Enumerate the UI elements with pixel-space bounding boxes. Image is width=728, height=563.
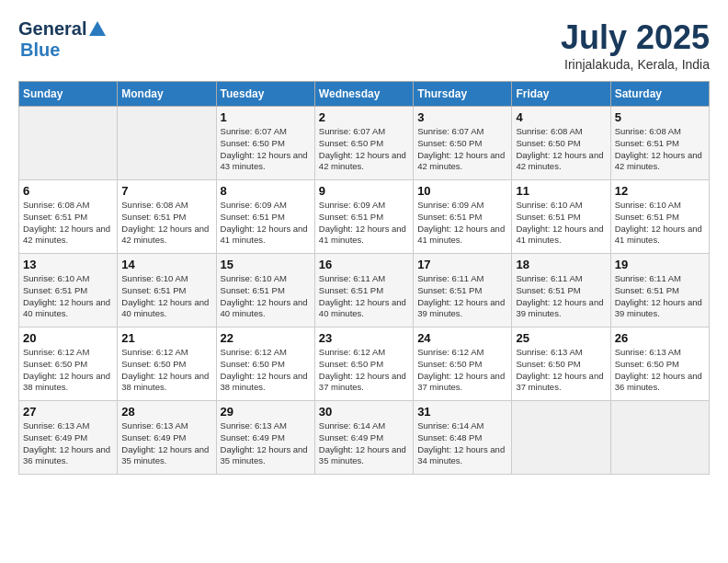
day-info: Sunrise: 6:10 AM Sunset: 6:51 PM Dayligh… [615, 200, 705, 247]
day-info: Sunrise: 6:12 AM Sunset: 6:50 PM Dayligh… [221, 347, 311, 394]
calendar-day-cell: 21Sunrise: 6:12 AM Sunset: 6:50 PM Dayli… [118, 327, 216, 401]
day-number: 24 [417, 331, 507, 345]
day-number: 10 [417, 184, 507, 198]
day-number: 28 [121, 405, 211, 419]
day-info: Sunrise: 6:11 AM Sunset: 6:51 PM Dayligh… [319, 273, 409, 320]
calendar-day-header: Tuesday [216, 82, 314, 107]
day-number: 20 [23, 331, 113, 345]
location: Irinjalakuda, Kerala, India [561, 57, 710, 72]
day-number: 21 [121, 331, 211, 345]
day-number: 25 [516, 331, 606, 345]
day-number: 1 [221, 110, 311, 124]
calendar-day-cell: 12Sunrise: 6:10 AM Sunset: 6:51 PM Dayli… [610, 180, 709, 254]
day-info: Sunrise: 6:10 AM Sunset: 6:51 PM Dayligh… [221, 273, 311, 320]
logo: General Blue [18, 18, 108, 61]
day-info: Sunrise: 6:09 AM Sunset: 6:51 PM Dayligh… [221, 200, 311, 247]
calendar-day-cell: 11Sunrise: 6:10 AM Sunset: 6:51 PM Dayli… [512, 180, 610, 254]
calendar-day-cell: 15Sunrise: 6:10 AM Sunset: 6:51 PM Dayli… [216, 254, 314, 327]
day-info: Sunrise: 6:12 AM Sunset: 6:50 PM Dayligh… [121, 347, 211, 394]
calendar-week-row: 20Sunrise: 6:12 AM Sunset: 6:50 PM Dayli… [19, 327, 710, 401]
day-info: Sunrise: 6:12 AM Sunset: 6:50 PM Dayligh… [319, 347, 409, 394]
day-info: Sunrise: 6:12 AM Sunset: 6:50 PM Dayligh… [23, 347, 113, 394]
day-info: Sunrise: 6:08 AM Sunset: 6:51 PM Dayligh… [121, 200, 211, 247]
day-number: 17 [417, 258, 507, 271]
calendar-day-cell: 31Sunrise: 6:14 AM Sunset: 6:48 PM Dayli… [414, 401, 512, 475]
calendar-day-cell: 6Sunrise: 6:08 AM Sunset: 6:51 PM Daylig… [19, 180, 118, 254]
logo-general: General [18, 18, 86, 40]
day-number: 15 [221, 258, 311, 271]
day-info: Sunrise: 6:11 AM Sunset: 6:51 PM Dayligh… [615, 273, 705, 320]
day-number: 30 [319, 405, 409, 419]
day-number: 26 [615, 331, 705, 345]
month-title: July 2025 [561, 18, 710, 57]
calendar-day-header: Sunday [19, 82, 118, 107]
calendar-day-cell: 24Sunrise: 6:12 AM Sunset: 6:50 PM Dayli… [414, 327, 512, 401]
calendar-day-cell: 5Sunrise: 6:08 AM Sunset: 6:51 PM Daylig… [610, 107, 709, 180]
calendar-day-cell: 4Sunrise: 6:08 AM Sunset: 6:50 PM Daylig… [512, 107, 610, 180]
day-number: 31 [417, 405, 507, 419]
day-number: 4 [516, 110, 606, 124]
day-number: 19 [615, 258, 705, 271]
calendar-day-header: Saturday [610, 82, 709, 107]
day-number: 18 [516, 258, 606, 271]
calendar-day-header: Friday [512, 82, 610, 107]
day-info: Sunrise: 6:13 AM Sunset: 6:49 PM Dayligh… [121, 420, 211, 467]
day-info: Sunrise: 6:14 AM Sunset: 6:48 PM Dayligh… [417, 420, 507, 467]
calendar-day-cell: 17Sunrise: 6:11 AM Sunset: 6:51 PM Dayli… [414, 254, 512, 327]
calendar-day-cell: 2Sunrise: 6:07 AM Sunset: 6:50 PM Daylig… [314, 107, 413, 180]
day-info: Sunrise: 6:14 AM Sunset: 6:49 PM Dayligh… [319, 420, 409, 467]
day-number: 5 [615, 110, 705, 124]
page-header: General Blue July 2025 Irinjalakuda, Ker… [18, 18, 710, 72]
calendar-day-cell: 27Sunrise: 6:13 AM Sunset: 6:49 PM Dayli… [19, 401, 118, 475]
calendar-header-row: SundayMondayTuesdayWednesdayThursdayFrid… [19, 82, 710, 107]
day-number: 29 [221, 405, 311, 419]
calendar-week-row: 27Sunrise: 6:13 AM Sunset: 6:49 PM Dayli… [19, 401, 710, 475]
svg-marker-0 [89, 21, 106, 36]
day-info: Sunrise: 6:07 AM Sunset: 6:50 PM Dayligh… [221, 126, 311, 173]
day-info: Sunrise: 6:07 AM Sunset: 6:50 PM Dayligh… [319, 126, 409, 173]
day-number: 7 [121, 184, 211, 198]
day-number: 22 [221, 331, 311, 345]
calendar-day-cell: 13Sunrise: 6:10 AM Sunset: 6:51 PM Dayli… [19, 254, 118, 327]
calendar-day-cell: 20Sunrise: 6:12 AM Sunset: 6:50 PM Dayli… [19, 327, 118, 401]
calendar-body: 1Sunrise: 6:07 AM Sunset: 6:50 PM Daylig… [19, 107, 710, 475]
day-number: 11 [516, 184, 606, 198]
day-number: 9 [319, 184, 409, 198]
calendar-day-cell: 14Sunrise: 6:10 AM Sunset: 6:51 PM Dayli… [118, 254, 216, 327]
day-info: Sunrise: 6:13 AM Sunset: 6:50 PM Dayligh… [516, 347, 606, 394]
day-info: Sunrise: 6:08 AM Sunset: 6:51 PM Dayligh… [23, 200, 113, 247]
day-info: Sunrise: 6:10 AM Sunset: 6:51 PM Dayligh… [516, 200, 606, 247]
calendar-day-cell: 1Sunrise: 6:07 AM Sunset: 6:50 PM Daylig… [216, 107, 314, 180]
day-info: Sunrise: 6:10 AM Sunset: 6:51 PM Dayligh… [23, 273, 113, 320]
day-info: Sunrise: 6:09 AM Sunset: 6:51 PM Dayligh… [417, 200, 507, 247]
day-info: Sunrise: 6:11 AM Sunset: 6:51 PM Dayligh… [417, 273, 507, 320]
day-number: 2 [319, 110, 409, 124]
calendar-day-cell: 16Sunrise: 6:11 AM Sunset: 6:51 PM Dayli… [314, 254, 413, 327]
calendar-day-cell [512, 401, 610, 475]
day-number: 12 [615, 184, 705, 198]
day-info: Sunrise: 6:13 AM Sunset: 6:49 PM Dayligh… [23, 420, 113, 467]
calendar-table: SundayMondayTuesdayWednesdayThursdayFrid… [18, 81, 710, 475]
calendar-day-cell [118, 107, 216, 180]
day-number: 14 [121, 258, 211, 271]
calendar-week-row: 1Sunrise: 6:07 AM Sunset: 6:50 PM Daylig… [19, 107, 710, 180]
day-info: Sunrise: 6:11 AM Sunset: 6:51 PM Dayligh… [516, 273, 606, 320]
calendar-day-cell: 9Sunrise: 6:09 AM Sunset: 6:51 PM Daylig… [314, 180, 413, 254]
calendar-day-cell: 8Sunrise: 6:09 AM Sunset: 6:51 PM Daylig… [216, 180, 314, 254]
day-info: Sunrise: 6:08 AM Sunset: 6:51 PM Dayligh… [615, 126, 705, 173]
calendar-day-cell: 22Sunrise: 6:12 AM Sunset: 6:50 PM Dayli… [216, 327, 314, 401]
calendar-day-cell: 25Sunrise: 6:13 AM Sunset: 6:50 PM Dayli… [512, 327, 610, 401]
calendar-day-cell: 19Sunrise: 6:11 AM Sunset: 6:51 PM Dayli… [610, 254, 709, 327]
day-number: 6 [23, 184, 113, 198]
day-info: Sunrise: 6:07 AM Sunset: 6:50 PM Dayligh… [417, 126, 507, 173]
day-info: Sunrise: 6:09 AM Sunset: 6:51 PM Dayligh… [319, 200, 409, 247]
calendar-day-cell: 26Sunrise: 6:13 AM Sunset: 6:50 PM Dayli… [610, 327, 709, 401]
calendar-week-row: 6Sunrise: 6:08 AM Sunset: 6:51 PM Daylig… [19, 180, 710, 254]
day-number: 8 [221, 184, 311, 198]
calendar-week-row: 13Sunrise: 6:10 AM Sunset: 6:51 PM Dayli… [19, 254, 710, 327]
calendar-day-header: Wednesday [314, 82, 413, 107]
day-number: 27 [23, 405, 113, 419]
title-block: July 2025 Irinjalakuda, Kerala, India [561, 18, 710, 72]
calendar-day-cell: 10Sunrise: 6:09 AM Sunset: 6:51 PM Dayli… [414, 180, 512, 254]
calendar-day-cell: 29Sunrise: 6:13 AM Sunset: 6:49 PM Dayli… [216, 401, 314, 475]
